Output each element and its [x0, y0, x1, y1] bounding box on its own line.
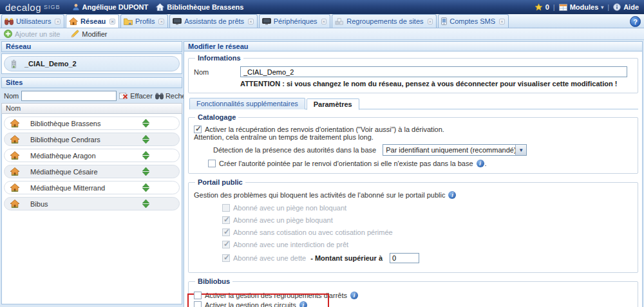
creer-autorite-checkbox[interactable]	[208, 160, 216, 167]
bibliobus-fieldset: Bibliobus Activer la gestion des regroup…	[188, 277, 638, 307]
tab-peripheriques[interactable]: Périphériques ×	[259, 14, 331, 28]
application-window: decalog SIGB Angélique DUPONT Bibliothèq…	[0, 0, 644, 307]
attention-warning-text: ATTENTION : si vous changez le nom du ré…	[240, 80, 632, 88]
informations-fieldset: Informations Nom ATTENTION : si vous cha…	[188, 54, 638, 93]
tab-close-icon[interactable]: ×	[248, 19, 254, 24]
sort-arrows-icon[interactable]	[142, 167, 149, 176]
sort-arrows-icon[interactable]	[142, 119, 149, 127]
dette-label: Abonné avec une dette	[233, 254, 306, 262]
site-row-aragon[interactable]: Médiathèque Aragon	[4, 149, 180, 162]
tab-parametres[interactable]: Paramètres	[307, 98, 359, 110]
network-name-input[interactable]	[240, 66, 627, 77]
tab-label: Profils	[135, 17, 155, 25]
tab-close-icon[interactable]: ×	[55, 19, 61, 24]
left-panel: Réseau _CIAL_Demo_2 Sites Nom Effacer	[1, 41, 182, 304]
site-search-input[interactable]	[21, 91, 117, 101]
network-item-label: _CIAL_Demo_2	[24, 60, 77, 68]
tab-utilisateurs[interactable]: Utilisateurs ×	[1, 14, 64, 28]
sans-cotisation-label: Abonné sans cotisation ou avec cotisatio…	[233, 228, 393, 236]
site-label: Médiathèque Mitterrand	[30, 184, 105, 192]
catalogage-fieldset: Catalogage Activer la récupération des r…	[188, 113, 638, 174]
renvois-orientation-checkbox[interactable]	[194, 126, 202, 133]
montant-superieur-label: - Montant supérieur à	[310, 254, 383, 262]
tab-assistants-de-prets[interactable]: Assistants de prêts ×	[169, 14, 258, 28]
decalog-logo: decalog	[5, 2, 41, 13]
house-icon	[10, 119, 20, 127]
help-menu[interactable]: Aide	[613, 3, 639, 11]
montant-input[interactable]	[390, 253, 419, 263]
favorites-indicator[interactable]: 0	[535, 3, 549, 12]
network-item[interactable]: _CIAL_Demo_2	[4, 56, 180, 71]
monitor-icon	[262, 18, 271, 25]
edit-network-body: Informations Nom ATTENTION : si vous cha…	[184, 51, 643, 307]
tab-close-icon[interactable]: ×	[109, 19, 115, 24]
home-icon	[69, 17, 78, 25]
sort-arrows-icon[interactable]	[142, 200, 149, 208]
folder-icon	[124, 18, 133, 25]
tab-close-icon[interactable]: ×	[321, 19, 327, 24]
circuits-checkbox[interactable]	[194, 301, 202, 307]
portail-public-legend: Portail public	[195, 178, 245, 186]
site-row-mitterrand[interactable]: Médiathèque Mitterrand	[4, 181, 180, 194]
edit-network-header: Modifier le réseau	[184, 41, 643, 51]
creer-autorite-label: Créer l'autorité pointée par le renvoi d…	[219, 160, 473, 167]
site-row-cesaire[interactable]: Médiathèque Césaire	[4, 165, 180, 178]
sort-arrows-icon[interactable]	[142, 135, 149, 144]
tab-fonctionnalites-supplementaires[interactable]: Fonctionnalités supplémentaires	[189, 98, 305, 109]
site-row-bibus[interactable]: Bibus	[4, 197, 180, 210]
modify-button[interactable]: Modifier	[70, 30, 107, 38]
add-site-button[interactable]: Ajouter un site	[4, 30, 60, 38]
tab-regroupements-de-sites[interactable]: Regroupements de sites ×	[332, 14, 437, 28]
edit-network-panel: Modifier le réseau Informations Nom ATTE…	[184, 41, 643, 304]
network-name-label: Nom	[194, 68, 240, 76]
tab-close-icon[interactable]: ×	[428, 19, 433, 24]
site-label: Bibliothèque Brassens	[30, 120, 100, 127]
clear-red-x-icon	[119, 92, 128, 100]
parametres-tab-panel: Catalogage Activer la récupération des r…	[188, 109, 638, 307]
top-bar: decalog SIGB Angélique DUPONT Bibliothèq…	[0, 0, 644, 14]
tab-close-icon[interactable]: ×	[158, 19, 164, 24]
informations-legend: Informations	[195, 54, 243, 62]
house-icon	[10, 167, 20, 176]
clear-search-button[interactable]: Effacer	[119, 92, 153, 100]
sans-cotisation-checkbox	[222, 228, 230, 236]
help-button[interactable]: ?	[630, 16, 641, 27]
site-name: Bibliothèque Brassens	[167, 3, 243, 11]
select-dropdown-arrow-icon[interactable]: ▼	[515, 145, 526, 155]
building-icon	[10, 59, 18, 68]
aide-label: Aide	[623, 3, 639, 11]
renvois-orientation-label: Activer la récupération des renvois d'or…	[205, 126, 444, 133]
piege-bloquant-label: Abonné avec un piège bloquant	[233, 216, 333, 224]
tab-reseau[interactable]: Réseau ×	[66, 14, 119, 28]
sort-arrows-icon[interactable]	[142, 183, 149, 192]
info-icon[interactable]: i	[350, 292, 358, 299]
current-user[interactable]: Angélique DUPONT	[72, 3, 149, 11]
regroupements-arrets-checkbox[interactable]	[194, 292, 202, 299]
info-icon[interactable]: i	[477, 160, 484, 167]
modules-menu[interactable]: Modules ▾	[559, 3, 604, 11]
interdiction-pret-checkbox	[222, 241, 230, 248]
site-label: Bibus	[30, 200, 48, 208]
search-field-label: Nom	[4, 92, 19, 100]
info-icon[interactable]: i	[299, 301, 307, 307]
site-label: Médiathèque Aragon	[30, 152, 96, 160]
site-row-cendrars[interactable]: Bibliothèque Cendrars	[4, 133, 180, 146]
clear-label: Effacer	[130, 92, 153, 100]
sort-arrows-icon[interactable]	[142, 151, 149, 160]
site-row-brassens[interactable]: Bibliothèque Brassens	[4, 116, 180, 130]
detection-autorites-select[interactable]: Par identifiant uniquement (recommandé) …	[383, 144, 527, 156]
settings-tab-bar: Fonctionnalités supplémentaires Paramètr…	[189, 98, 638, 109]
modules-grid-icon	[559, 4, 567, 11]
tab-profils[interactable]: Profils ×	[120, 14, 168, 28]
detection-autorites-label: Détection de la présence des autorités d…	[213, 146, 376, 154]
piege-non-bloquant-label: Abonné avec un piège non bloquant	[233, 204, 346, 212]
topbar-separator: |	[607, 3, 609, 11]
current-site[interactable]: Bibliothèque Brassens	[156, 3, 243, 11]
detection-selected-value: Par identifiant uniquement (recommandé)	[383, 146, 515, 154]
tab-label: Périphériques	[274, 17, 317, 25]
tab-close-icon[interactable]: ×	[499, 19, 505, 24]
tab-comptes-sms[interactable]: Comptes SMS ×	[438, 14, 509, 28]
info-icon[interactable]: i	[448, 191, 456, 199]
tab-label: Utilisateurs	[16, 17, 51, 25]
sites-column-header[interactable]: Nom	[1, 103, 182, 114]
